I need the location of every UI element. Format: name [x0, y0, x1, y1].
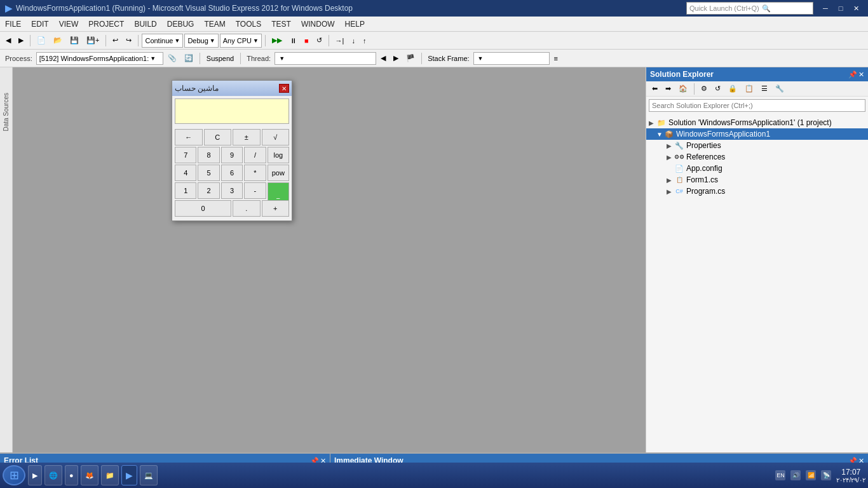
platform-arrow: ▼ — [253, 37, 259, 44]
calc-sqrt[interactable]: √ — [262, 129, 290, 146]
step-over-button[interactable]: →| — [332, 34, 348, 48]
se-search-input[interactable] — [649, 99, 865, 112]
stack-dropdown[interactable]: ▼ — [473, 52, 550, 65]
menu-tools[interactable]: TOOLS — [231, 18, 266, 30]
thread-flag[interactable]: 🏴 — [403, 51, 418, 65]
taskbar-vs[interactable]: ▶ — [121, 465, 137, 485]
menu-help[interactable]: HELP — [340, 18, 370, 30]
calc-log[interactable]: log — [268, 147, 289, 163]
step-out-button[interactable]: ↑ — [360, 34, 370, 48]
taskbar-ie[interactable]: 🌐 — [44, 465, 62, 485]
calc-multiply[interactable]: * — [244, 165, 266, 181]
calc-3[interactable]: 3 — [221, 182, 243, 199]
program-icon: C# — [674, 187, 684, 196]
calc-display — [175, 98, 289, 124]
tree-form1[interactable]: ▶ 📋 Form1.cs — [646, 174, 868, 186]
se-btn-1[interactable]: ⬅ — [649, 82, 661, 96]
menu-build[interactable]: BUILD — [129, 18, 161, 30]
se-btn-3[interactable]: 🏠 — [675, 82, 691, 96]
start-button[interactable]: ⊞ — [3, 465, 25, 485]
calc-4[interactable]: 4 — [175, 165, 196, 181]
menu-debug[interactable]: DEBUG — [162, 18, 200, 30]
solution-arrow-icon: ▶ — [649, 119, 656, 126]
refresh-button[interactable]: 🔄 — [181, 51, 196, 65]
calc-0[interactable]: 0 — [175, 200, 231, 217]
stack-expand[interactable]: ≡ — [551, 51, 561, 65]
close-button[interactable]: ✕ — [849, 3, 863, 14]
tree-program[interactable]: ▶ C# Program.cs — [646, 186, 868, 197]
calc-close-button[interactable]: ✕ — [279, 84, 289, 93]
redo-button[interactable]: ↪ — [123, 34, 135, 48]
calc-minus[interactable]: - — [244, 182, 266, 199]
thread-nav-1[interactable]: ◀ — [377, 51, 389, 65]
open-button[interactable]: 📂 — [50, 34, 65, 48]
menu-test[interactable]: TEST — [266, 18, 296, 30]
process-dropdown[interactable]: [5192] WindowsFormsApplication1: ▼ — [36, 52, 163, 65]
save-button[interactable]: 💾 — [67, 34, 82, 48]
se-pin-button[interactable]: 📌 — [848, 71, 857, 79]
calc-2[interactable]: 2 — [198, 182, 219, 199]
taskbar-firefox[interactable]: 🦊 — [81, 465, 98, 485]
se-btn-8[interactable]: ☰ — [758, 82, 771, 96]
tree-solution[interactable]: ▶ 📁 Solution 'WindowsFormsApplication1' … — [646, 117, 868, 128]
pause-button[interactable]: ⏸ — [287, 34, 300, 48]
menu-edit[interactable]: EDIT — [26, 18, 53, 30]
attach-button[interactable]: 📎 — [165, 51, 180, 65]
calc-9[interactable]: 9 — [221, 147, 243, 163]
tree-properties[interactable]: ▶ 🔧 Properties — [646, 140, 868, 151]
calc-7[interactable]: 7 — [175, 147, 196, 163]
thread-dropdown[interactable]: ▼ — [275, 52, 376, 65]
menu-window[interactable]: WINDOW — [296, 18, 340, 30]
taskbar-app[interactable]: 💻 — [140, 465, 158, 485]
calc-decimal[interactable]: . — [233, 200, 260, 217]
calc-1[interactable]: 1 — [175, 182, 196, 199]
menu-project[interactable]: PROJECT — [83, 18, 129, 30]
se-btn-2[interactable]: ➡ — [662, 82, 674, 96]
restore-button[interactable]: □ — [834, 3, 848, 14]
thread-nav-2[interactable]: ▶ — [390, 51, 402, 65]
taskbar-chrome[interactable]: ● — [65, 465, 78, 485]
stack-arrow: ▼ — [478, 55, 484, 62]
calc-6[interactable]: 6 — [221, 165, 243, 181]
se-btn-6[interactable]: 🔒 — [725, 82, 740, 96]
calc-backspace[interactable]: ← — [175, 129, 203, 146]
solution-explorer: Solution Explorer 📌 ✕ ⬅ ➡ 🏠 ⚙ ↺ 🔒 📋 ☰ 🔧 … — [646, 67, 868, 452]
suspend-button[interactable]: Suspend — [203, 51, 237, 65]
menu-view[interactable]: VIEW — [54, 18, 84, 30]
calc-8[interactable]: 8 — [198, 147, 219, 163]
calc-plus[interactable]: + — [262, 200, 289, 217]
calculator-window[interactable]: ✕ ماشین حساب ← C ± √ 7 8 9 / log — [172, 80, 292, 221]
menu-team[interactable]: TEAM — [199, 18, 230, 30]
step-into-button[interactable]: ↓ — [348, 34, 358, 48]
taskbar-explorer[interactable]: 📁 — [101, 465, 119, 485]
new-project-button[interactable]: 📄 — [34, 34, 49, 48]
calc-5[interactable]: 5 — [198, 165, 219, 181]
undo-button[interactable]: ↩ — [109, 34, 121, 48]
continue-dropdown[interactable]: Continue ▼ — [142, 34, 183, 48]
forward-button[interactable]: ▶ — [15, 34, 27, 48]
calc-pow[interactable]: pow — [268, 165, 289, 181]
se-btn-5[interactable]: ↺ — [712, 82, 724, 96]
stop-button[interactable]: ■ — [301, 34, 312, 48]
se-properties-button[interactable]: 🔧 — [772, 82, 787, 96]
quick-launch-input[interactable]: Quick Launch (Ctrl+Q) 🔍 — [686, 2, 813, 15]
save-all-button[interactable]: 💾+ — [83, 34, 102, 48]
debug-dropdown[interactable]: Debug ▼ — [184, 34, 218, 48]
calc-clear[interactable]: C — [204, 129, 232, 146]
restart-button[interactable]: ↺ — [313, 34, 325, 48]
start-button[interactable]: ▶▶ — [269, 34, 285, 48]
se-btn-4[interactable]: ⚙ — [698, 82, 710, 96]
calc-divide[interactable]: / — [244, 147, 266, 163]
process-label: Process: — [3, 55, 35, 62]
tree-references[interactable]: ▶ ⚙⚙ References — [646, 151, 868, 163]
back-button[interactable]: ◀ — [3, 34, 14, 48]
minimize-button[interactable]: ─ — [818, 3, 832, 14]
menu-file[interactable]: FILE — [0, 18, 26, 30]
taskbar-media[interactable]: ▶ — [28, 465, 42, 485]
se-close-button[interactable]: ✕ — [858, 71, 864, 79]
tree-project[interactable]: ▼ 📦 WindowsFormsApplication1 — [646, 128, 868, 140]
tree-app-config[interactable]: 📄 App.config — [646, 163, 868, 174]
se-btn-7[interactable]: 📋 — [742, 82, 757, 96]
calc-plusminus[interactable]: ± — [233, 129, 261, 146]
platform-dropdown[interactable]: Any CPU ▼ — [220, 34, 262, 48]
